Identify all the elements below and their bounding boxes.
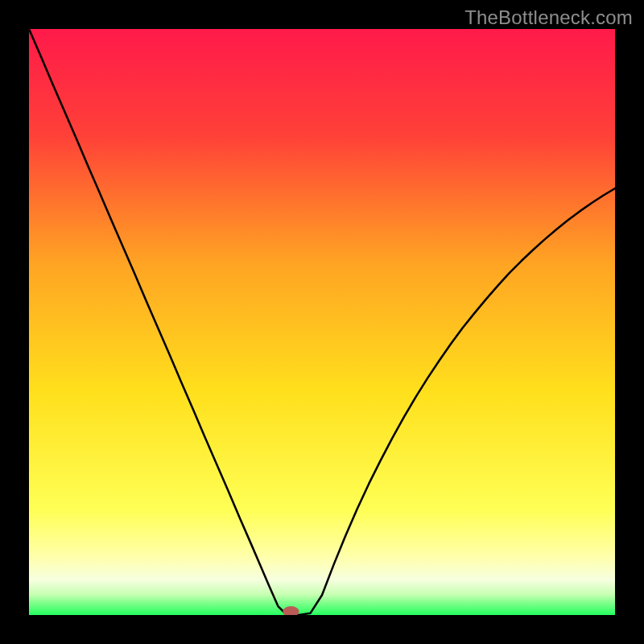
bottleneck-chart — [29, 29, 615, 615]
gradient-background — [29, 29, 615, 615]
attribution-text: TheBottleneck.com — [464, 6, 633, 29]
chart-frame: TheBottleneck.com — [0, 0, 644, 644]
